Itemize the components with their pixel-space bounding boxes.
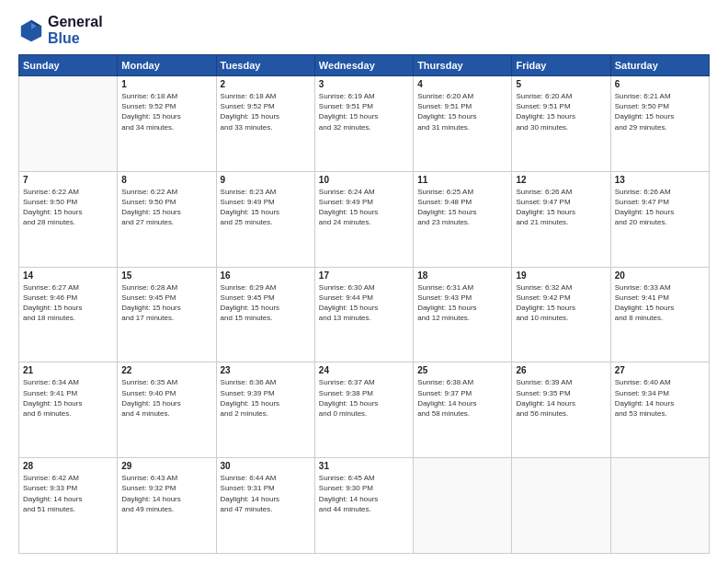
calendar-cell: 10Sunrise: 6:24 AM Sunset: 9:49 PM Dayli… xyxy=(314,171,413,267)
day-number: 4 xyxy=(417,79,507,89)
day-info: Sunrise: 6:20 AM Sunset: 9:51 PM Dayligh… xyxy=(516,91,606,132)
day-info: Sunrise: 6:37 AM Sunset: 9:38 PM Dayligh… xyxy=(319,377,409,419)
day-info: Sunrise: 6:43 AM Sunset: 9:32 PM Dayligh… xyxy=(121,473,211,514)
day-number: 28 xyxy=(23,461,113,471)
day-info: Sunrise: 6:36 AM Sunset: 9:39 PM Dayligh… xyxy=(221,377,311,419)
calendar-cell: 7Sunrise: 6:22 AM Sunset: 9:50 PM Daylig… xyxy=(19,171,118,267)
day-info: Sunrise: 6:45 AM Sunset: 9:30 PM Dayligh… xyxy=(319,473,409,514)
calendar-cell: 22Sunrise: 6:35 AM Sunset: 9:40 PM Dayli… xyxy=(118,362,216,458)
calendar-cell: 4Sunrise: 6:20 AM Sunset: 9:51 PM Daylig… xyxy=(414,76,512,172)
day-info: Sunrise: 6:24 AM Sunset: 9:49 PM Dayligh… xyxy=(319,187,409,228)
day-number: 18 xyxy=(417,270,507,281)
day-info: Sunrise: 6:40 AM Sunset: 9:34 PM Dayligh… xyxy=(615,377,705,419)
day-info: Sunrise: 6:31 AM Sunset: 9:43 PM Dayligh… xyxy=(417,282,507,324)
day-number: 20 xyxy=(615,270,705,281)
day-info: Sunrise: 6:26 AM Sunset: 9:47 PM Dayligh… xyxy=(615,187,705,228)
day-number: 10 xyxy=(319,175,409,185)
calendar-week-2: 7Sunrise: 6:22 AM Sunset: 9:50 PM Daylig… xyxy=(19,171,710,267)
day-number: 30 xyxy=(221,461,311,471)
calendar-cell: 28Sunrise: 6:42 AM Sunset: 9:33 PM Dayli… xyxy=(19,458,118,554)
day-number: 21 xyxy=(23,365,113,375)
day-number: 27 xyxy=(615,365,705,375)
calendar-cell: 17Sunrise: 6:30 AM Sunset: 9:44 PM Dayli… xyxy=(314,267,413,362)
day-number: 5 xyxy=(516,79,606,89)
day-number: 17 xyxy=(319,270,409,281)
day-number: 19 xyxy=(516,270,606,281)
calendar-cell: 6Sunrise: 6:21 AM Sunset: 9:50 PM Daylig… xyxy=(610,76,709,172)
day-info: Sunrise: 6:28 AM Sunset: 9:45 PM Dayligh… xyxy=(121,282,211,324)
calendar-cell: 8Sunrise: 6:22 AM Sunset: 9:50 PM Daylig… xyxy=(118,171,216,267)
day-info: Sunrise: 6:21 AM Sunset: 9:50 PM Dayligh… xyxy=(615,91,705,132)
day-number: 8 xyxy=(121,175,211,185)
day-number: 24 xyxy=(319,365,409,375)
day-info: Sunrise: 6:35 AM Sunset: 9:40 PM Dayligh… xyxy=(121,377,211,419)
day-info: Sunrise: 6:26 AM Sunset: 9:47 PM Dayligh… xyxy=(516,187,606,228)
calendar-cell: 12Sunrise: 6:26 AM Sunset: 9:47 PM Dayli… xyxy=(512,171,610,267)
day-info: Sunrise: 6:42 AM Sunset: 9:33 PM Dayligh… xyxy=(23,473,113,514)
day-info: Sunrise: 6:19 AM Sunset: 9:51 PM Dayligh… xyxy=(319,91,409,132)
weekday-header-friday: Friday xyxy=(512,55,610,76)
day-number: 11 xyxy=(417,175,507,185)
day-number: 2 xyxy=(221,79,311,89)
day-number: 15 xyxy=(121,270,211,281)
logo-icon xyxy=(18,17,44,43)
day-number: 7 xyxy=(23,175,113,185)
day-number: 29 xyxy=(121,461,211,471)
day-number: 3 xyxy=(319,79,409,89)
day-info: Sunrise: 6:39 AM Sunset: 9:35 PM Dayligh… xyxy=(516,377,606,419)
day-number: 1 xyxy=(121,79,211,89)
calendar-cell: 15Sunrise: 6:28 AM Sunset: 9:45 PM Dayli… xyxy=(118,267,216,362)
calendar-cell: 20Sunrise: 6:33 AM Sunset: 9:41 PM Dayli… xyxy=(610,267,709,362)
day-info: Sunrise: 6:25 AM Sunset: 9:48 PM Dayligh… xyxy=(417,187,507,228)
calendar-cell: 25Sunrise: 6:38 AM Sunset: 9:37 PM Dayli… xyxy=(414,362,512,458)
calendar-cell: 1Sunrise: 6:18 AM Sunset: 9:52 PM Daylig… xyxy=(118,76,216,172)
calendar-cell xyxy=(414,458,512,554)
calendar-cell: 11Sunrise: 6:25 AM Sunset: 9:48 PM Dayli… xyxy=(414,171,512,267)
day-info: Sunrise: 6:18 AM Sunset: 9:52 PM Dayligh… xyxy=(221,91,311,132)
day-info: Sunrise: 6:29 AM Sunset: 9:45 PM Dayligh… xyxy=(221,282,311,324)
day-number: 22 xyxy=(121,365,211,375)
calendar-cell: 31Sunrise: 6:45 AM Sunset: 9:30 PM Dayli… xyxy=(314,458,413,554)
calendar-cell: 27Sunrise: 6:40 AM Sunset: 9:34 PM Dayli… xyxy=(610,362,709,458)
day-number: 14 xyxy=(23,270,113,281)
day-info: Sunrise: 6:27 AM Sunset: 9:46 PM Dayligh… xyxy=(23,282,113,324)
calendar-cell: 29Sunrise: 6:43 AM Sunset: 9:32 PM Dayli… xyxy=(118,458,216,554)
calendar-week-1: 1Sunrise: 6:18 AM Sunset: 9:52 PM Daylig… xyxy=(19,76,710,172)
calendar-table: SundayMondayTuesdayWednesdayThursdayFrid… xyxy=(18,54,710,554)
calendar-cell: 2Sunrise: 6:18 AM Sunset: 9:52 PM Daylig… xyxy=(216,76,314,172)
calendar-cell: 19Sunrise: 6:32 AM Sunset: 9:42 PM Dayli… xyxy=(512,267,610,362)
weekday-header-sunday: Sunday xyxy=(19,55,118,76)
day-info: Sunrise: 6:23 AM Sunset: 9:49 PM Dayligh… xyxy=(221,187,311,228)
day-number: 26 xyxy=(516,365,606,375)
calendar-cell: 9Sunrise: 6:23 AM Sunset: 9:49 PM Daylig… xyxy=(216,171,314,267)
day-info: Sunrise: 6:32 AM Sunset: 9:42 PM Dayligh… xyxy=(516,282,606,324)
calendar-cell: 23Sunrise: 6:36 AM Sunset: 9:39 PM Dayli… xyxy=(216,362,314,458)
logo: General Blue xyxy=(18,14,103,47)
calendar-cell xyxy=(19,76,118,172)
weekday-header-thursday: Thursday xyxy=(414,55,512,76)
calendar-week-4: 21Sunrise: 6:34 AM Sunset: 9:41 PM Dayli… xyxy=(19,362,710,458)
weekday-header-tuesday: Tuesday xyxy=(216,55,314,76)
weekday-header-row: SundayMondayTuesdayWednesdayThursdayFrid… xyxy=(19,55,710,76)
calendar-cell: 16Sunrise: 6:29 AM Sunset: 9:45 PM Dayli… xyxy=(216,267,314,362)
day-number: 13 xyxy=(615,175,705,185)
day-number: 6 xyxy=(615,79,705,89)
calendar-week-3: 14Sunrise: 6:27 AM Sunset: 9:46 PM Dayli… xyxy=(19,267,710,362)
calendar-cell: 30Sunrise: 6:44 AM Sunset: 9:31 PM Dayli… xyxy=(216,458,314,554)
day-number: 31 xyxy=(319,461,409,471)
day-info: Sunrise: 6:44 AM Sunset: 9:31 PM Dayligh… xyxy=(221,473,311,514)
day-number: 16 xyxy=(221,270,311,281)
calendar-cell: 5Sunrise: 6:20 AM Sunset: 9:51 PM Daylig… xyxy=(512,76,610,172)
calendar-cell: 13Sunrise: 6:26 AM Sunset: 9:47 PM Dayli… xyxy=(610,171,709,267)
calendar-week-5: 28Sunrise: 6:42 AM Sunset: 9:33 PM Dayli… xyxy=(19,458,710,554)
calendar-cell xyxy=(512,458,610,554)
day-info: Sunrise: 6:22 AM Sunset: 9:50 PM Dayligh… xyxy=(121,187,211,228)
weekday-header-monday: Monday xyxy=(118,55,216,76)
day-info: Sunrise: 6:34 AM Sunset: 9:41 PM Dayligh… xyxy=(23,377,113,419)
calendar-cell: 24Sunrise: 6:37 AM Sunset: 9:38 PM Dayli… xyxy=(314,362,413,458)
calendar-cell xyxy=(610,458,709,554)
day-info: Sunrise: 6:38 AM Sunset: 9:37 PM Dayligh… xyxy=(417,377,507,419)
logo-text: General Blue xyxy=(48,14,103,47)
header: General Blue xyxy=(18,14,710,47)
calendar-cell: 21Sunrise: 6:34 AM Sunset: 9:41 PM Dayli… xyxy=(19,362,118,458)
